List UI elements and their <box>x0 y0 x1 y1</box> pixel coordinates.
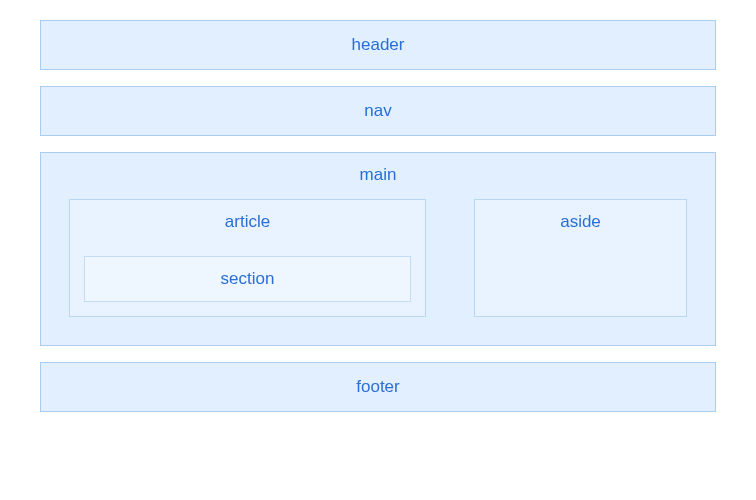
layout-diagram: header nav main article section aside fo… <box>40 20 716 412</box>
footer-region: footer <box>40 362 716 412</box>
article-label: article <box>84 212 411 232</box>
main-region: main article section aside <box>40 152 716 346</box>
nav-label: nav <box>364 101 391 120</box>
section-region: section <box>84 256 411 302</box>
article-region: article section <box>69 199 426 317</box>
main-label: main <box>69 165 687 185</box>
header-label: header <box>352 35 405 54</box>
nav-region: nav <box>40 86 716 136</box>
section-label: section <box>221 269 275 288</box>
main-inner: article section aside <box>69 199 687 317</box>
aside-region: aside <box>474 199 687 317</box>
footer-label: footer <box>356 377 399 396</box>
header-region: header <box>40 20 716 70</box>
aside-label: aside <box>475 212 686 232</box>
